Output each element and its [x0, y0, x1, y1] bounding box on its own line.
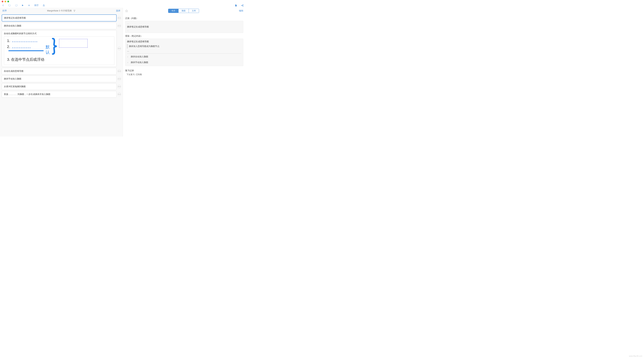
- svg-line-8: [242, 6, 243, 6]
- blank-slot-icon: [8, 93, 17, 95]
- card-item-6[interactable]: 直接到脑图，一步生成摘录并加入脑图: [2, 91, 116, 98]
- segmented-control: 卡片 脑图 文档: [168, 9, 199, 13]
- blank-slot-icon: [12, 45, 30, 48]
- tab-card[interactable]: 卡片: [168, 9, 178, 13]
- review-section-label: 复习记录: [125, 69, 243, 72]
- svg-marker-9: [74, 10, 75, 12]
- fillblank-button[interactable]: 填空: [34, 4, 38, 7]
- detail-header: 卡片 脑图 文档 编辑: [123, 8, 246, 14]
- toolbar: 填空: [0, 3, 246, 8]
- blank-slot-icon: [12, 39, 37, 42]
- back-section-label: 背面（笔记内容）: [125, 34, 243, 38]
- link-row-1[interactable]: › 摘录自动加入脑图: [127, 53, 242, 59]
- traffic-zoom-icon[interactable]: [8, 1, 9, 2]
- share-icon[interactable]: [42, 4, 45, 6]
- add-icon[interactable]: [28, 4, 30, 6]
- front-field[interactable]: … 摘录笔记生成思维导图 …: [125, 21, 243, 33]
- ellipsis-icon: …: [127, 50, 242, 52]
- diagram-item-3: 3. 在选中节点后或浮动: [7, 57, 111, 62]
- sort-button[interactable]: 排序: [2, 9, 7, 12]
- deck-title: MarginNote 3 卡片组范例: [47, 9, 72, 12]
- link-text: 摘录手动加入脑图: [131, 61, 148, 64]
- play-icon[interactable]: [22, 4, 24, 6]
- svg-line-7: [242, 5, 243, 5]
- default-label: 默认: [46, 44, 51, 55]
- date-badge: 05-10: [118, 77, 121, 80]
- filter-icon[interactable]: [73, 10, 76, 12]
- card-diagram: 1. 2. 默认: [4, 36, 114, 65]
- card-list-pane: 排序 MarginNote 3 卡片组范例 选择 摘录笔记生成思维导图 05-1…: [0, 8, 123, 136]
- card-item-3[interactable]: 自动生成的思维导图: [2, 68, 116, 74]
- back-icon[interactable]: [2, 4, 4, 6]
- review-text: 下次复习: 已到期: [125, 73, 243, 76]
- link-text: 摘录自动加入脑图: [131, 55, 148, 58]
- front-section-label: 正面（问题）: [125, 17, 243, 20]
- edit-button[interactable]: 编辑: [239, 9, 243, 12]
- traffic-close-icon[interactable]: [2, 1, 3, 2]
- svg-marker-0: [22, 4, 24, 6]
- underline-highlight: [8, 50, 44, 51]
- ellipsis-icon: …: [127, 29, 242, 31]
- card-item-1[interactable]: 摘录自动加入脑图: [2, 22, 116, 29]
- card-item-4[interactable]: 摘录手动加入脑图: [2, 76, 116, 82]
- curly-brace-icon: [52, 38, 58, 55]
- traffic-minimize-icon[interactable]: [4, 1, 6, 2]
- back-field[interactable]: 摘录笔记生成思维导图 摘录加入思维导图成为脑图节点 … › 摘录自动加入脑图 ›…: [125, 38, 243, 66]
- redo-icon[interactable]: [15, 4, 18, 7]
- star-icon[interactable]: [125, 10, 128, 12]
- back-quote: 摘录加入思维导图成为脑图节点: [127, 44, 242, 48]
- detail-pane: 卡片 脑图 文档 编辑 正面（问题） … 摘录笔记生成思维导图 … 背面（笔记内…: [123, 8, 246, 136]
- share-nodes-icon[interactable]: [241, 4, 244, 7]
- ellipsis-icon: …: [127, 22, 242, 24]
- tab-mindmap[interactable]: 脑图: [178, 9, 189, 13]
- date-badge: 05-10: [118, 16, 121, 20]
- select-button[interactable]: 选择: [116, 9, 120, 12]
- card-item-5[interactable]: 从缓冲区里拖拽到脑图: [2, 83, 116, 90]
- svg-marker-10: [125, 10, 128, 12]
- list-subheader: 排序 MarginNote 3 卡片组范例 选择: [0, 8, 123, 14]
- undo-icon[interactable]: [8, 4, 11, 7]
- tab-document[interactable]: 文档: [189, 9, 199, 13]
- date-badge: 05-10: [118, 47, 121, 50]
- chevron-right-icon: ›: [127, 62, 129, 64]
- date-badge: 05-10: [118, 70, 121, 73]
- chevron-right-icon: ›: [127, 56, 129, 58]
- card-item-2[interactable]: 自动生成脑图时的新节点组织方式 1. 2. 默认: [2, 30, 116, 67]
- window-titlebar: [0, 0, 246, 3]
- date-badge: 05-10: [118, 24, 121, 28]
- link-row-2[interactable]: › 摘录手动加入脑图: [127, 60, 242, 64]
- date-badge: 05-10: [118, 85, 121, 88]
- back-title: 摘录笔记生成思维导图: [127, 40, 242, 43]
- front-text: 摘录笔记生成思维导图: [127, 25, 242, 28]
- dashed-target-box: [59, 39, 88, 48]
- document-icon[interactable]: [235, 4, 237, 7]
- card-item-0[interactable]: 摘录笔记生成思维导图: [2, 14, 116, 22]
- date-badge: 05-10: [118, 92, 121, 96]
